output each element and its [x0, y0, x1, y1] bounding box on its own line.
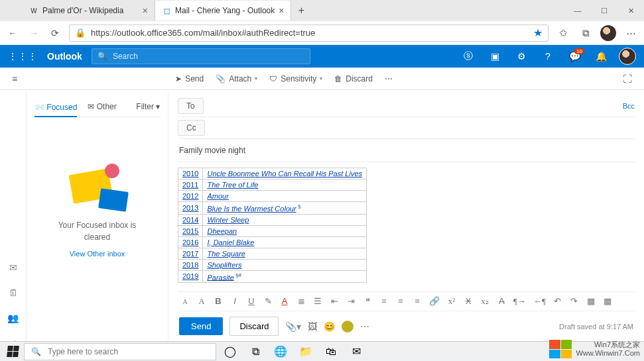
discard-button[interactable]: Discard [229, 317, 279, 336]
film-link[interactable]: Parasite [207, 273, 233, 281]
align-right-icon[interactable]: ≡ [413, 296, 422, 307]
back-button[interactable]: ← [5, 28, 20, 38]
ltr-icon[interactable]: ¶→ [513, 296, 526, 307]
task-view-icon[interactable]: ⧉ [244, 342, 267, 361]
edge-taskbar-icon[interactable]: 🌐 [269, 342, 292, 361]
url-input[interactable]: 🔒 https://outlook.office365.com/mail/inb… [69, 25, 548, 42]
italic-icon[interactable]: I [230, 296, 239, 307]
send-command[interactable]: ➤Send [175, 74, 204, 83]
outlook-logo-icon[interactable]: ▣ [486, 51, 503, 62]
view-other-inbox-link[interactable]: View Other inbox [33, 250, 161, 258]
minimize-button[interactable]: — [564, 0, 591, 21]
more-commands[interactable]: ⋯ [385, 74, 393, 83]
year-link[interactable]: 2010 [182, 170, 198, 178]
notifications-icon[interactable]: 💬10 [566, 51, 583, 62]
attach-command[interactable]: 📎Attach▾ [216, 74, 257, 83]
favorite-star-icon[interactable]: ★ [533, 26, 543, 39]
other-tab[interactable]: ✉ Other [88, 102, 116, 111]
emoji-icon[interactable]: 😊 [324, 321, 335, 332]
year-link[interactable]: 2011 [182, 181, 198, 189]
table-icon[interactable]: ▦ [586, 296, 596, 307]
send-button[interactable]: Send [179, 317, 223, 335]
refresh-button[interactable]: ⟳ [48, 28, 62, 38]
outdent-icon[interactable]: ⇤ [330, 296, 339, 307]
skype-icon[interactable]: ⓢ [460, 50, 477, 62]
year-link[interactable]: 2016 [182, 238, 198, 246]
highlight-icon[interactable]: ✎ [263, 296, 273, 307]
taskbar-search[interactable]: 🔍 Type here to search [24, 343, 216, 360]
subject-input[interactable]: Family movie night [178, 139, 635, 162]
bold-icon[interactable]: B [214, 296, 223, 307]
film-link[interactable]: I, Daniel Blake [207, 238, 254, 246]
film-link[interactable]: Shoplifters [207, 261, 241, 269]
link-icon[interactable]: 🔗 [429, 296, 440, 307]
forward-button[interactable]: → [27, 28, 41, 38]
cc-button[interactable]: Cc [178, 120, 205, 136]
cortana-icon[interactable]: ◯ [219, 342, 241, 361]
film-link[interactable]: Winter Sleep [207, 216, 249, 224]
year-link[interactable]: 2018 [182, 261, 198, 269]
font-dec-icon[interactable]: A [180, 298, 190, 305]
redo-icon[interactable]: ↷ [570, 296, 579, 307]
mail-rail-icon[interactable]: ✉ [9, 262, 17, 273]
clear-format-icon[interactable]: A̶ [497, 296, 506, 307]
align-center-icon[interactable]: ≡ [396, 296, 405, 307]
numbering-icon[interactable]: ☰ [313, 296, 322, 307]
focused-tab[interactable]: 📨 Focused [34, 103, 77, 117]
year-link[interactable]: 2012 [182, 192, 198, 200]
font-inc-icon[interactable]: A [197, 296, 206, 307]
browser-menu-icon[interactable]: ⋯ [623, 27, 639, 39]
more-options-icon[interactable]: ⋯ [360, 321, 369, 332]
year-link[interactable]: 2013 [182, 204, 198, 212]
bcc-link[interactable]: Bcc [623, 102, 635, 110]
strikethrough-icon[interactable]: X [464, 296, 473, 307]
bullets-icon[interactable]: ≣ [296, 296, 306, 307]
insert-picture-icon[interactable]: 🖼 [308, 321, 317, 332]
undo-icon[interactable]: ↶ [553, 296, 562, 307]
close-tab-icon[interactable]: × [279, 5, 284, 16]
expand-compose-icon[interactable]: ⛶ [623, 74, 632, 84]
people-rail-icon[interactable]: 👥 [7, 313, 19, 323]
start-button[interactable] [4, 343, 21, 360]
year-link[interactable]: 2015 [182, 227, 198, 235]
account-avatar[interactable] [619, 48, 636, 65]
superscript-icon[interactable]: x² [447, 296, 456, 307]
discard-command[interactable]: 🗑Discard [334, 74, 373, 83]
profile-avatar[interactable] [600, 25, 616, 41]
message-body[interactable]: 2010Uncle Boonmee Who Can Recall His Pas… [178, 162, 635, 288]
align-left-icon[interactable]: ≡ [379, 296, 389, 307]
search-input[interactable]: 🔍 Search [92, 48, 310, 64]
quote-icon[interactable]: ❝ [363, 296, 372, 307]
new-tab-button[interactable]: + [291, 5, 311, 17]
browser-tab-outlook[interactable]: ⬚ Mail - Cherie Yang - Outlook × [155, 1, 291, 21]
hamburger-menu-icon[interactable]: ≡ [12, 74, 17, 84]
year-link[interactable]: 2019 [182, 272, 198, 280]
close-window-button[interactable]: ✕ [617, 0, 644, 21]
app-launcher-icon[interactable]: ⋮⋮⋮ [8, 51, 38, 62]
film-link[interactable]: Dheepan [207, 227, 237, 235]
underline-icon[interactable]: U [247, 296, 256, 307]
mail-taskbar-icon[interactable]: ✉ [345, 342, 367, 361]
filter-button[interactable]: Filter▾ [136, 102, 160, 111]
to-button[interactable]: To [178, 98, 204, 114]
film-link[interactable]: Amour [207, 192, 228, 200]
explorer-taskbar-icon[interactable]: 📁 [294, 342, 317, 361]
attach-inline-icon[interactable]: 📎▾ [285, 321, 301, 332]
year-link[interactable]: 2017 [182, 250, 198, 258]
sensitivity-command[interactable]: 🛡Sensitivity▾ [269, 74, 322, 83]
indent-icon[interactable]: ⇥ [346, 296, 355, 307]
subscript-icon[interactable]: x₂ [480, 296, 489, 307]
rtl-icon[interactable]: ←¶ [533, 296, 546, 307]
help-icon[interactable]: ? [539, 51, 556, 62]
calendar-rail-icon[interactable]: 🗓 [9, 287, 18, 298]
store-taskbar-icon[interactable]: 🛍 [320, 342, 342, 361]
favorites-icon[interactable]: ✩ [555, 27, 571, 39]
film-link[interactable]: Blue Is the Warmest Colour [207, 205, 296, 213]
film-link[interactable]: The Tree of Life [207, 181, 258, 189]
close-tab-icon[interactable]: × [143, 5, 148, 16]
maximize-button[interactable]: ☐ [591, 0, 617, 21]
signature-icon[interactable] [342, 321, 354, 333]
collections-icon[interactable]: ⧉ [578, 27, 594, 39]
bell-icon[interactable]: 🔔 [592, 51, 610, 62]
more-format-icon[interactable]: ▦ [603, 296, 612, 307]
